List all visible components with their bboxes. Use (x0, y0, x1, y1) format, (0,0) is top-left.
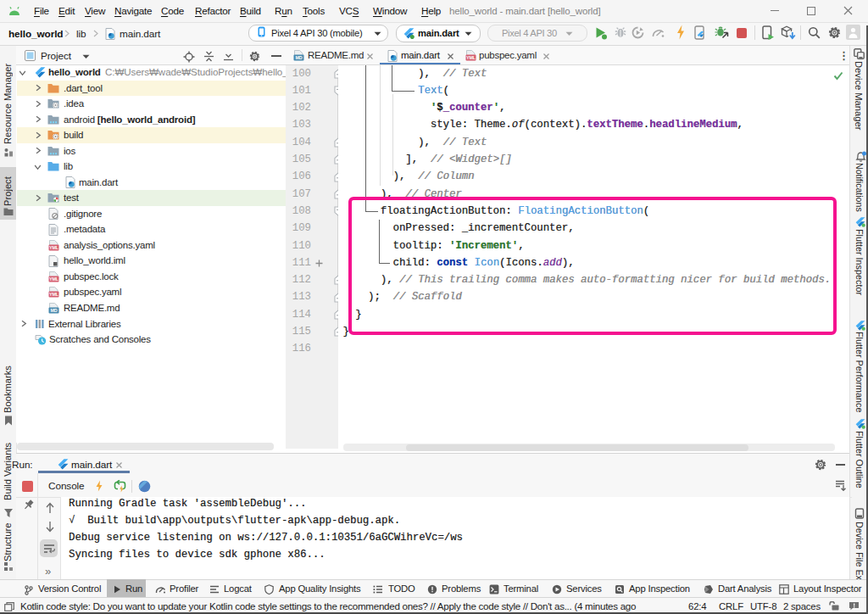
svg-text:MD: MD (50, 308, 57, 313)
svg-text:YML: YML (49, 245, 59, 250)
svg-text:YML: YML (466, 55, 476, 60)
svg-text:YML: YML (49, 276, 59, 282)
svg-text:MD: MD (295, 55, 302, 60)
svg-text:YML: YML (49, 292, 59, 297)
